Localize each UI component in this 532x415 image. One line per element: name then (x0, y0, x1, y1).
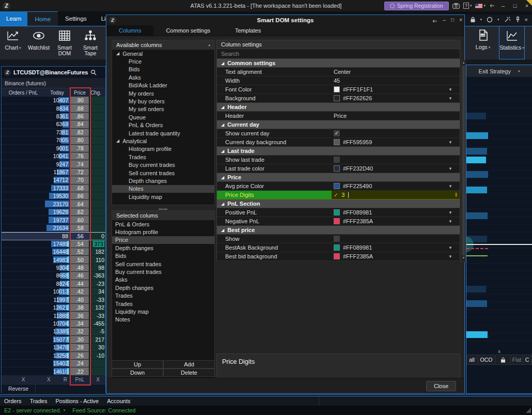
checkbox-unchecked[interactable] (334, 157, 340, 163)
tree-item[interactable]: Liquidity map (112, 193, 214, 201)
property-row[interactable]: Avg price Color#FF225490▼ (217, 182, 460, 191)
section-header[interactable]: ◢Current day (217, 120, 460, 129)
selected-item[interactable]: Buy current trades (112, 268, 214, 275)
chevron-down-icon[interactable]: ▼ (448, 87, 452, 92)
c-button[interactable]: C (523, 355, 531, 364)
selected-item[interactable]: Trades (112, 292, 214, 300)
chevron-down-icon[interactable]: ▼ (448, 210, 452, 215)
selected-item[interactable]: Trades (112, 300, 214, 308)
selected-item[interactable]: PnL & Orders (112, 220, 214, 228)
settings-scrollbar[interactable]: ▲ ▼ (461, 60, 466, 262)
lock-button[interactable] (495, 355, 511, 364)
dom-row[interactable]: 14712.70 (2, 176, 105, 184)
section-header[interactable]: ◢PnL Section (217, 199, 460, 208)
tree-item[interactable]: Price (112, 57, 214, 65)
dom-row[interactable]: 15402.24 (2, 360, 105, 367)
dom-row[interactable]: 14610.22 (2, 367, 105, 375)
property-row[interactable]: Best bid background#FFF2385A▼ (217, 252, 460, 261)
property-value[interactable]: Center (332, 68, 460, 76)
property-value[interactable]: #FF232D40▼ (332, 164, 460, 173)
pin-icon[interactable] (515, 17, 520, 23)
tree-item[interactable]: Histogram profile (112, 145, 214, 153)
pin-window-button[interactable] (489, 3, 495, 8)
selected-item[interactable]: Bids (112, 252, 214, 260)
tree-item[interactable]: Bid/Ask Ladder (112, 82, 214, 89)
settings-search-input[interactable]: Search (216, 49, 460, 59)
property-value[interactable]: #FFF2385A▼ (332, 252, 460, 260)
property-value[interactable]: #FF262626▼ (332, 94, 460, 102)
footer-r[interactable]: R (64, 377, 67, 382)
strategy-wand-icon[interactable] (504, 17, 511, 23)
property-value[interactable]: #FFF2385A▼ (332, 217, 460, 225)
spinner-control[interactable]: ▲▼ (455, 192, 458, 197)
dom-row[interactable]: 9247.74 (2, 160, 105, 168)
property-value[interactable]: 45 (332, 76, 460, 85)
property-value[interactable]: #FF089981▼ (332, 243, 460, 252)
expand-arrow-icon[interactable]: ◢ (221, 149, 224, 153)
property-value[interactable]: Price (332, 112, 460, 120)
toolbar-item-chart[interactable]: Chart▾ (0, 26, 26, 59)
selected-item[interactable]: Asks (112, 276, 214, 284)
tree-group-general[interactable]: ◢General (112, 50, 214, 57)
oco-button[interactable]: OCO (478, 355, 495, 364)
close-icon[interactable]: × (525, 17, 528, 23)
property-row[interactable]: Show (217, 235, 460, 243)
dom-row[interactable]: 8834.88 (2, 104, 105, 112)
chevron-down-icon[interactable]: ▼ (448, 184, 452, 189)
property-row[interactable]: BestAsk Background#FF089981▼ (217, 243, 460, 252)
help-menu-button[interactable]: ?▾ (463, 3, 472, 9)
bottom-tab-trades[interactable]: Trades (30, 398, 48, 404)
dom-row[interactable]: 23170.64 (2, 200, 105, 208)
tree-item[interactable]: Queue (112, 113, 214, 121)
chevron-down-icon[interactable]: ▾ (497, 18, 499, 22)
collapse-icon[interactable]: ▴ (208, 43, 210, 47)
footer-x[interactable]: X (90, 377, 105, 382)
selected-item[interactable]: Depth changes (112, 284, 214, 291)
language-flag-button[interactable]: ▾ (475, 4, 486, 8)
dom-row[interactable]: 19628.62 (2, 208, 105, 216)
search-icon[interactable] (90, 69, 97, 75)
expand-arrow-icon[interactable]: ◢ (221, 175, 224, 180)
tree-item[interactable]: Asks (112, 73, 214, 81)
toolbar-item-logs[interactable]: LOGLogs▾ (470, 26, 496, 59)
selected-item[interactable]: Sell current trades (112, 260, 214, 268)
dom-row[interactable]: 9001.78 (2, 145, 105, 152)
expand-arrow-icon[interactable]: ◢ (221, 105, 224, 110)
dom-row[interactable]: 10041.76 (2, 152, 105, 160)
property-value[interactable]: ✓ (332, 129, 460, 137)
expand-arrow-icon[interactable]: ◢ (116, 51, 119, 56)
server-status[interactable]: E2 - server connected.▾ (4, 407, 65, 413)
property-row[interactable]: Width45 (217, 76, 460, 85)
dom-row[interactable]: 13258.26-10 (2, 352, 105, 360)
section-header[interactable]: ◢Common settings (217, 59, 460, 68)
pin-window-icon[interactable] (432, 19, 438, 24)
footer-x[interactable]: X (2, 377, 45, 382)
dom-row[interactable]: 7805.80 (2, 136, 105, 144)
property-row[interactable]: Last trade color#FF232D40▼ (217, 164, 460, 173)
chart-footer-x[interactable]: x (466, 348, 532, 355)
expand-arrow-icon[interactable]: ◢ (221, 61, 224, 66)
chevron-down-icon[interactable]: ▼ (448, 245, 452, 250)
all-button[interactable]: all (466, 355, 478, 364)
tree-item[interactable]: Bids (112, 66, 214, 73)
close-icon[interactable]: × (459, 17, 462, 24)
tree-item[interactable]: PnL & Orders (112, 121, 214, 129)
checkbox-checked[interactable]: ✓ (334, 130, 340, 136)
dom-row[interactable]: 10013.4234 (2, 288, 105, 296)
property-row[interactable]: Background#FF262626▼ (217, 94, 460, 103)
property-row[interactable]: Font Color#FFF1F1F1▼ (217, 85, 460, 94)
tree-item[interactable]: Latest trade quantity (112, 129, 214, 137)
minimize-button[interactable]: – (499, 3, 507, 9)
dialog-tab-common-settings[interactable]: Common settings (153, 25, 223, 36)
dom-row[interactable]: 15077.30217 (2, 336, 105, 344)
dom-row[interactable]: 13478.2830 (2, 344, 105, 351)
tree-item[interactable]: Depth changes (112, 177, 214, 185)
chevron-down-icon[interactable]: ▼ (448, 166, 452, 171)
bottom-tab-accounts[interactable]: Accounts (107, 398, 130, 404)
scroll-thumb[interactable] (462, 66, 465, 255)
down-button[interactable]: Down (112, 368, 163, 377)
dom-row[interactable]: 12621.38132 (2, 304, 105, 312)
chevron-down-icon[interactable]: ▼ (448, 96, 452, 101)
chevron-down-icon[interactable]: ▼ (448, 140, 452, 145)
dom-row[interactable]: 11867.72 (2, 168, 105, 176)
